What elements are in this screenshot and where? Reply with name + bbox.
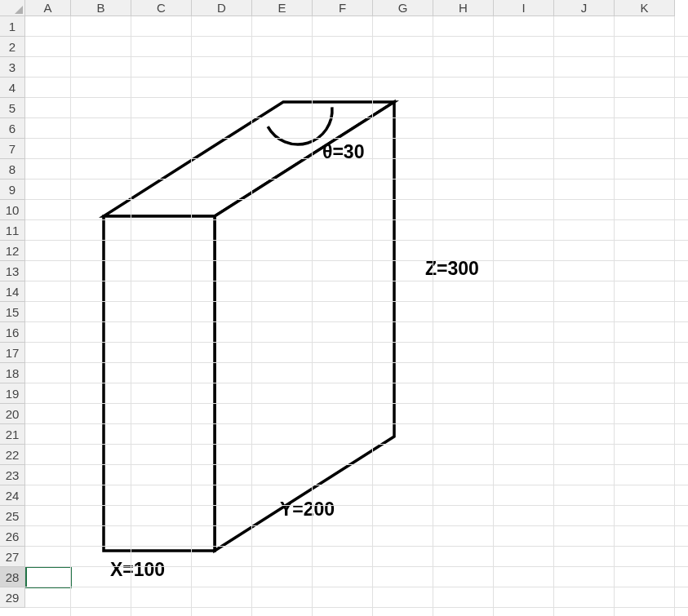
- column-header-K[interactable]: K: [615, 0, 675, 16]
- row-header-28[interactable]: 28: [0, 567, 25, 587]
- gridline-horizontal: [25, 36, 688, 37]
- gridline-horizontal: [25, 219, 688, 220]
- gridline-horizontal: [25, 566, 688, 567]
- gridline-horizontal: [25, 281, 688, 281]
- gridline-horizontal: [25, 546, 688, 547]
- gridline-horizontal: [25, 97, 688, 98]
- row-header-10[interactable]: 10: [0, 200, 25, 220]
- column-header-H[interactable]: H: [433, 0, 494, 16]
- row-header-27[interactable]: 27: [0, 547, 25, 567]
- row-header-24[interactable]: 24: [0, 485, 25, 506]
- gridline-horizontal: [25, 505, 688, 506]
- gridline-horizontal: [25, 199, 688, 200]
- row-header-23[interactable]: 23: [0, 465, 25, 485]
- row-header-19[interactable]: 19: [0, 383, 25, 404]
- label-x: X=100: [110, 559, 165, 581]
- cell-grid[interactable]: θ=30 Z=300 Y=200 X=100: [25, 16, 688, 616]
- column-header-E[interactable]: E: [252, 0, 313, 16]
- gridline-horizontal: [25, 138, 688, 139]
- row-header-17[interactable]: 17: [0, 343, 25, 363]
- row-header-20[interactable]: 20: [0, 404, 25, 424]
- row-header-11[interactable]: 11: [0, 220, 25, 241]
- svg-marker-2: [104, 216, 215, 551]
- row-header-29[interactable]: 29: [0, 587, 25, 608]
- gridline-horizontal: [25, 383, 688, 383]
- gridline-horizontal: [25, 179, 688, 179]
- row-header-16[interactable]: 16: [0, 322, 25, 343]
- row-header-8[interactable]: 8: [0, 159, 25, 179]
- select-all-triangle-icon: [15, 6, 23, 14]
- row-header-15[interactable]: 15: [0, 302, 25, 322]
- svg-marker-1: [215, 102, 394, 551]
- gridline-horizontal: [25, 423, 688, 424]
- row-header-1[interactable]: 1: [0, 16, 25, 37]
- gridline-horizontal: [25, 301, 688, 302]
- active-cell-indicator: [25, 566, 72, 588]
- row-header-7[interactable]: 7: [0, 139, 25, 159]
- gridline-horizontal: [25, 260, 688, 261]
- column-header-A[interactable]: A: [25, 0, 71, 16]
- gridline-horizontal: [25, 587, 688, 587]
- column-headers-row: ABCDEFGHIJK: [0, 0, 675, 16]
- spreadsheet-sheet[interactable]: ABCDEFGHIJK 1234567891011121314151617181…: [0, 0, 688, 616]
- row-header-21[interactable]: 21: [0, 424, 25, 445]
- row-header-6[interactable]: 6: [0, 118, 25, 139]
- gridline-horizontal: [25, 342, 688, 343]
- gridline-horizontal: [25, 403, 688, 404]
- row-header-5[interactable]: 5: [0, 98, 25, 118]
- row-header-13[interactable]: 13: [0, 261, 25, 281]
- row-headers-column: 1234567891011121314151617181920212223242…: [0, 16, 25, 608]
- label-theta: θ=30: [322, 141, 364, 163]
- row-header-18[interactable]: 18: [0, 363, 25, 383]
- gridline-horizontal: [25, 77, 688, 78]
- column-header-J[interactable]: J: [554, 0, 615, 16]
- column-header-B[interactable]: B: [71, 0, 131, 16]
- row-header-12[interactable]: 12: [0, 241, 25, 261]
- gridline-horizontal: [25, 158, 688, 159]
- column-header-G[interactable]: G: [373, 0, 433, 16]
- column-header-I[interactable]: I: [494, 0, 554, 16]
- select-all-corner[interactable]: [0, 0, 25, 16]
- gridline-horizontal: [25, 485, 688, 485]
- row-header-22[interactable]: 22: [0, 445, 25, 465]
- row-header-25[interactable]: 25: [0, 506, 25, 526]
- row-header-14[interactable]: 14: [0, 281, 25, 302]
- gridline-horizontal: [25, 117, 688, 118]
- gridline-horizontal: [25, 607, 688, 608]
- gridline-horizontal: [25, 464, 688, 465]
- label-y: Y=200: [280, 499, 335, 521]
- row-header-3[interactable]: 3: [0, 57, 25, 78]
- row-header-26[interactable]: 26: [0, 526, 25, 547]
- row-header-4[interactable]: 4: [0, 78, 25, 98]
- gridline-horizontal: [25, 525, 688, 526]
- column-header-C[interactable]: C: [131, 0, 192, 16]
- gridline-horizontal: [25, 362, 688, 363]
- gridline-horizontal: [25, 56, 688, 57]
- gridline-horizontal: [25, 240, 688, 241]
- gridline-horizontal: [25, 321, 688, 322]
- column-header-D[interactable]: D: [192, 0, 252, 16]
- gridline-horizontal: [25, 444, 688, 445]
- column-header-F[interactable]: F: [313, 0, 373, 16]
- row-header-9[interactable]: 9: [0, 179, 25, 200]
- row-header-2[interactable]: 2: [0, 37, 25, 57]
